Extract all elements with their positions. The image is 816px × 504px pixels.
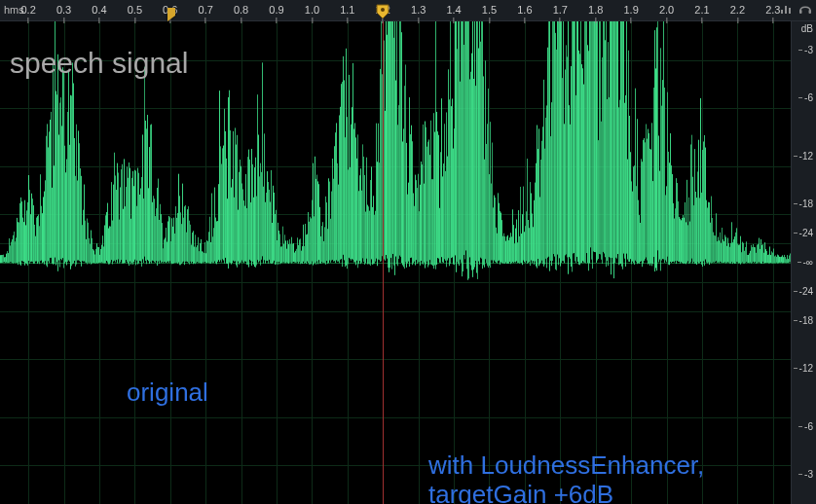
time-tick: 1.8	[588, 4, 603, 23]
db-tick: -24	[794, 228, 813, 238]
time-tick: 0.9	[269, 4, 283, 23]
svg-point-0	[381, 8, 385, 12]
db-tick: -∞	[797, 257, 813, 268]
time-tick: 0.3	[56, 4, 71, 23]
playhead-line	[383, 21, 384, 504]
waveform-display[interactable]: speech signal original with LoudnessEnha…	[0, 21, 791, 504]
headphones-icon[interactable]	[798, 2, 812, 16]
time-tick: 0.7	[199, 4, 213, 23]
db-tick: -3	[798, 469, 813, 480]
db-scale: dB -3-6-12-18-24-∞-24-18-12-6-3	[791, 21, 816, 504]
time-tick: 0.4	[92, 4, 106, 23]
db-tick: -18	[794, 315, 813, 326]
db-unit-label: dB	[801, 23, 813, 34]
spectrum-view-icon[interactable]	[779, 2, 793, 16]
time-tick: 1.4	[446, 4, 461, 23]
playhead-marker[interactable]	[376, 4, 389, 21]
db-tick: -6	[798, 92, 813, 103]
time-tick: 0.8	[234, 4, 248, 23]
time-tick: 1.1	[340, 4, 354, 23]
db-tick: -6	[798, 421, 813, 432]
db-tick: -24	[794, 286, 813, 297]
time-tick: 1.5	[482, 4, 497, 23]
time-tick: 1.3	[411, 4, 426, 23]
zero-line	[0, 263, 791, 264]
svg-rect-5	[809, 10, 812, 14]
loop-start-marker[interactable]	[167, 0, 178, 21]
svg-rect-2	[785, 6, 787, 14]
time-tick: 0.5	[128, 4, 142, 23]
time-ruler[interactable]: hms 0.20.30.40.50.60.70.80.91.01.11.21.3…	[0, 0, 816, 21]
time-tick: 0.2	[20, 4, 35, 23]
annotation-enhanced: with LoudnessEnhancer, targetGain +6dB	[428, 451, 704, 504]
svg-rect-3	[789, 8, 791, 14]
time-tick: 2.2	[730, 4, 745, 23]
db-tick: -12	[794, 151, 813, 162]
time-tick: 2.1	[694, 4, 709, 23]
db-tick: -3	[798, 45, 813, 55]
time-tick: 1.0	[305, 4, 319, 23]
time-tick: 2.0	[659, 4, 674, 23]
db-tick: -12	[794, 363, 813, 374]
annotation-original: original	[127, 378, 208, 408]
time-tick: 1.7	[553, 4, 568, 23]
svg-rect-4	[799, 10, 802, 14]
time-tick: 1.6	[517, 4, 532, 23]
time-tick: 1.9	[623, 4, 638, 23]
svg-rect-1	[781, 10, 783, 14]
db-tick: -18	[794, 198, 813, 209]
